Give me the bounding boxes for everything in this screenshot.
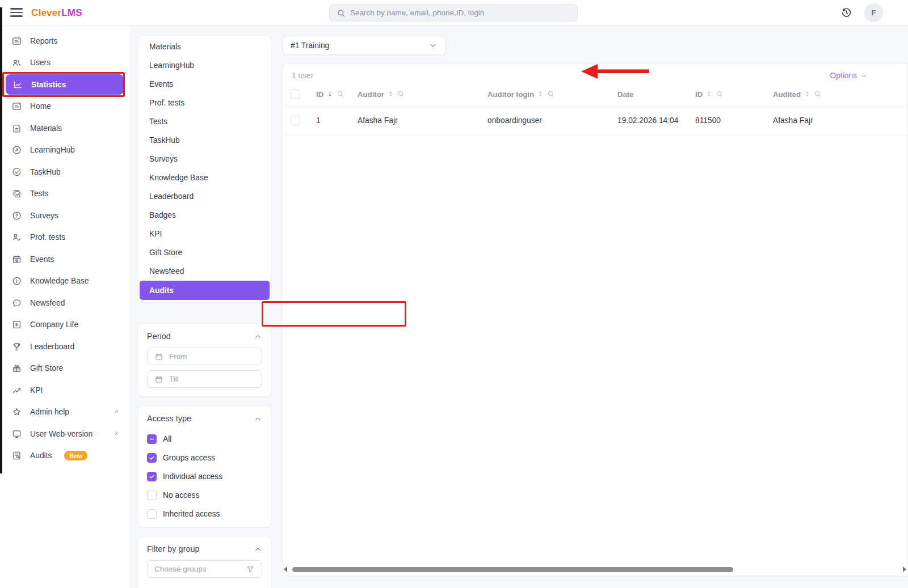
external-link-icon xyxy=(113,431,119,437)
select-all-checkbox[interactable] xyxy=(291,90,300,99)
column-header-auditor: Auditor xyxy=(358,90,487,99)
sidebar-item-reports[interactable]: Reports xyxy=(0,30,129,52)
sidebar-item-events[interactable]: Events xyxy=(0,248,129,270)
submenu-item-badges[interactable]: Badges xyxy=(138,206,271,225)
tests-icon xyxy=(11,188,22,199)
submenu-item-gift-store[interactable]: Gift Store xyxy=(138,243,271,262)
submenu-item-surveys[interactable]: Surveys xyxy=(138,150,271,168)
checkbox-indeterminate[interactable] xyxy=(147,434,157,444)
sidebar-item-taskhub[interactable]: TaskHub xyxy=(0,161,129,183)
sidebar-item-home[interactable]: Home xyxy=(0,95,129,117)
course-selector[interactable]: #1 Training xyxy=(282,36,446,55)
user-avatar[interactable]: F xyxy=(864,3,883,22)
left-edge-artifact xyxy=(0,7,2,473)
access-option-no-access[interactable]: No access xyxy=(147,486,262,505)
sidebar-item-label: Materials xyxy=(30,124,62,133)
checkbox-unchecked[interactable] xyxy=(147,509,157,519)
sort-icon[interactable] xyxy=(705,90,713,99)
global-search[interactable] xyxy=(329,4,578,22)
access-option-label: No access xyxy=(163,491,199,500)
leaderboard-icon xyxy=(11,341,22,352)
cell-audited: Afasha Fajr xyxy=(773,116,907,125)
access-option-all[interactable]: All xyxy=(147,430,262,449)
column-label: ID xyxy=(316,90,323,99)
date-from-input[interactable]: From xyxy=(147,348,262,365)
choose-groups-input[interactable]: Choose groups xyxy=(147,560,262,578)
submenu-item-taskhub[interactable]: TaskHub xyxy=(138,131,271,150)
audits-table-card: 1 user Options IDAuditorAuditor loginDat… xyxy=(282,64,908,576)
scrollbar-track[interactable] xyxy=(289,566,901,573)
cell-id: 811500 xyxy=(695,116,773,125)
access-option-label: Inherited access xyxy=(163,510,220,518)
sidebar-item-surveys[interactable]: Surveys xyxy=(0,205,129,227)
sidebar-item-users[interactable]: Users xyxy=(0,52,129,74)
history-button[interactable] xyxy=(837,3,856,22)
scroll-left-arrow[interactable] xyxy=(284,566,287,572)
sidebar-item-label: Company Life xyxy=(30,320,78,329)
sort-icon[interactable] xyxy=(537,90,544,99)
column-search-icon[interactable] xyxy=(814,90,821,99)
sort-icon[interactable] xyxy=(387,90,394,99)
prof-tests-icon xyxy=(11,232,22,243)
sidebar-item-learninghub[interactable]: LearningHub xyxy=(0,139,129,161)
column-header-id: ID xyxy=(316,90,358,99)
checkbox-checked[interactable] xyxy=(147,453,157,463)
sidebar-item-gift-store[interactable]: Gift Store xyxy=(0,357,129,379)
home-icon xyxy=(11,101,22,112)
chevron-up-icon[interactable] xyxy=(254,332,262,341)
chevron-up-icon[interactable] xyxy=(254,545,262,553)
access-option-inherited-access[interactable]: Inherited access xyxy=(147,505,262,523)
sort-icon[interactable] xyxy=(326,90,334,99)
sidebar-item-prof-tests[interactable]: Prof. tests xyxy=(0,226,129,248)
content-area: MaterialsLearningHubEventsProf. testsTes… xyxy=(129,26,908,588)
course-selector-value: #1 Training xyxy=(291,41,428,50)
sidebar-item-leaderboard[interactable]: Leaderboard xyxy=(0,336,129,358)
submenu-item-newsfeed[interactable]: Newsfeed xyxy=(138,262,271,281)
options-button[interactable]: Options xyxy=(830,71,868,80)
sidebar-item-knowledge-base[interactable]: Knowledge Base xyxy=(0,270,129,292)
sidebar-item-admin-help[interactable]: Admin help xyxy=(0,401,129,423)
row-checkbox[interactable] xyxy=(291,116,300,125)
sidebar-item-user-web-version[interactable]: User Web-version xyxy=(0,423,129,445)
gift-store-icon xyxy=(11,363,22,374)
column-label: Audited xyxy=(773,90,801,99)
sidebar-item-label: Users xyxy=(30,58,51,67)
sidebar-item-company-life[interactable]: Company Life xyxy=(0,314,129,336)
date-till-input[interactable]: Till xyxy=(147,370,262,388)
sidebar-item-kpi[interactable]: KPI xyxy=(0,379,129,401)
column-header-audited: Audited xyxy=(773,90,907,99)
checkbox-unchecked[interactable] xyxy=(147,490,157,500)
submenu-item-leaderboard[interactable]: Leaderboard xyxy=(138,187,271,206)
chevron-up-icon[interactable] xyxy=(254,414,262,423)
menu-toggle-icon[interactable] xyxy=(10,8,23,17)
taskhub-icon xyxy=(11,167,22,177)
sidebar-item-label: Reports xyxy=(30,37,57,45)
submenu-item-learninghub[interactable]: LearningHub xyxy=(138,56,271,75)
submenu-item-prof-tests[interactable]: Prof. tests xyxy=(138,94,271,112)
sidebar-item-tests[interactable]: Tests xyxy=(0,183,129,205)
submenu-item-kpi[interactable]: KPI xyxy=(138,225,271,243)
submenu-item-tests[interactable]: Tests xyxy=(138,112,271,131)
sidebar-item-newsfeed[interactable]: Newsfeed xyxy=(0,292,129,314)
sidebar-item-statistics[interactable]: Statistics xyxy=(6,74,124,95)
column-search-icon[interactable] xyxy=(397,90,405,99)
access-option-groups-access[interactable]: Groups access xyxy=(147,449,262,467)
column-search-icon[interactable] xyxy=(547,90,554,99)
column-search-icon[interactable] xyxy=(716,90,723,99)
cell-date: 19.02.2026 14:04 xyxy=(617,116,695,125)
scroll-right-arrow[interactable] xyxy=(903,566,906,572)
column-search-icon[interactable] xyxy=(337,90,344,99)
submenu-item-knowledge-base[interactable]: Knowledge Base xyxy=(138,168,271,187)
access-option-individual-access[interactable]: Individual access xyxy=(147,467,262,486)
submenu-item-audits[interactable]: Audits xyxy=(140,281,270,300)
sidebar-item-audits[interactable]: AuditsBeta xyxy=(0,445,129,467)
sort-icon[interactable] xyxy=(804,90,811,99)
topbar: CleverLMS F xyxy=(0,0,908,26)
submenu-item-materials[interactable]: Materials xyxy=(138,37,271,56)
checkbox-checked[interactable] xyxy=(147,472,157,481)
submenu-item-events[interactable]: Events xyxy=(138,75,271,94)
global-search-input[interactable] xyxy=(350,9,570,17)
column-label: Auditor xyxy=(358,90,384,99)
sidebar-item-materials[interactable]: Materials xyxy=(0,117,129,139)
scrollbar-thumb[interactable] xyxy=(292,567,733,572)
